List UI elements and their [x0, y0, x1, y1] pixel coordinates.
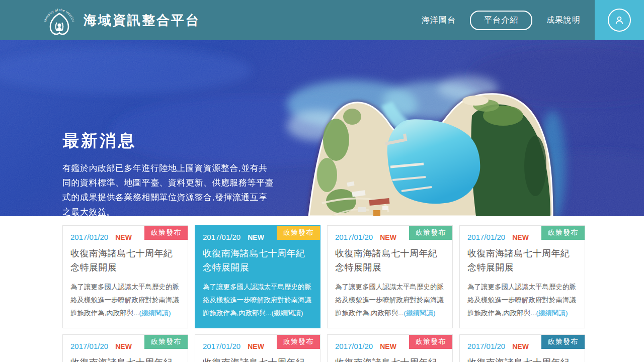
moi-logo-icon: Ministry of the Interior — [43, 4, 75, 36]
read-more-link[interactable]: (繼續閱讀) — [272, 309, 303, 317]
hero-section: 最新消息 有鑑於內政部已多年進行陸地上圖資資源整合,並有共 同的資料標準、地圖平… — [0, 40, 644, 216]
category-badge: 政策發布 — [409, 226, 452, 240]
news-card[interactable]: 政策發布 2017/01/20 NEW 收復南海諸島七十周年紀念特展開展 為了讓… — [327, 225, 453, 328]
news-excerpt: 為了讓更多國人認識太平島歷史的脈絡及樣貌進一步瞭解政府對於南海議題施政作為,內政… — [467, 281, 577, 320]
category-badge: 政策發布 — [144, 335, 188, 349]
new-label: NEW — [248, 342, 264, 350]
news-title: 收復南海諸島七十周年紀念特展開展 — [70, 355, 180, 362]
news-title: 收復南海諸島七十周年紀念特展開展 — [335, 355, 445, 362]
news-card[interactable]: 政策發布 2017/01/20 NEW 收復南海諸島七十周年紀念特展開展 為了讓… — [62, 225, 188, 328]
new-label: NEW — [512, 233, 529, 241]
news-card[interactable]: 政策發布 2017/01/20 NEW 收復南海諸島七十周年紀念特展開展 為了讓… — [195, 334, 320, 362]
category-badge: 政策發布 — [144, 226, 188, 240]
nav-link-results[interactable]: 成果說明 — [546, 15, 581, 26]
news-card[interactable]: 政策發布 2017/01/20 NEW 收復南海諸島七十周年紀念特展開展 為了讓… — [62, 334, 188, 362]
category-badge: 政策發布 — [541, 335, 585, 349]
news-date: 2017/01/20 — [467, 342, 505, 350]
new-label: NEW — [115, 342, 132, 350]
news-excerpt: 為了讓更多國人認識太平島歷史的脈絡及樣貌進一步瞭解政府對於南海議題施政作為,內政… — [335, 281, 445, 320]
main-nav: 海洋圖台 平台介紹 成果說明 — [422, 0, 644, 40]
user-account-button[interactable] — [595, 0, 644, 40]
news-card[interactable]: 政策發布 2017/01/20 NEW 收復南海諸島七十周年紀念特展開展 為了讓… — [459, 225, 585, 328]
news-excerpt: 為了讓更多國人認識太平島歷史的脈絡及樣貌進一步瞭解政府對於南海議題施政作為,內政… — [203, 281, 312, 320]
new-label: NEW — [248, 233, 264, 241]
category-badge: 政策發布 — [541, 226, 585, 240]
news-date: 2017/01/20 — [467, 233, 505, 241]
news-date: 2017/01/20 — [335, 233, 373, 241]
svg-text:Ministry of the Interior: Ministry of the Interior — [43, 8, 75, 23]
category-badge: 政策發布 — [409, 335, 452, 349]
new-label: NEW — [115, 233, 132, 241]
news-card[interactable]: 政策發布 2017/01/20 NEW 收復南海諸島七十周年紀念特展開展 為了讓… — [459, 334, 585, 362]
logo-arc-text: Ministry of the Interior — [43, 8, 75, 23]
category-badge: 政策發布 — [277, 226, 320, 240]
nav-link-platform-intro[interactable]: 平台介紹 — [470, 11, 532, 30]
news-section: 政策發布 2017/01/20 NEW 收復南海諸島七十周年紀念特展開展 為了讓… — [0, 216, 644, 362]
news-title: 收復南海諸島七十周年紀念特展開展 — [335, 246, 445, 275]
news-title: 收復南海諸島七十周年紀念特展開展 — [467, 355, 577, 362]
news-date: 2017/01/20 — [70, 342, 108, 350]
news-grid: 政策發布 2017/01/20 NEW 收復南海諸島七十周年紀念特展開展 為了讓… — [62, 225, 644, 362]
nav-link-ocean-map[interactable]: 海洋圖台 — [422, 15, 456, 26]
read-more-link[interactable]: (繼續閱讀) — [139, 309, 171, 317]
news-title: 收復南海諸島七十周年紀念特展開展 — [70, 246, 180, 275]
new-label: NEW — [380, 233, 396, 241]
read-more-link[interactable]: (繼續閱讀) — [404, 309, 436, 317]
news-card[interactable]: 政策發布 2017/01/20 NEW 收復南海諸島七十周年紀念特展開展 為了讓… — [195, 225, 320, 328]
hero-description: 有鑑於內政部已多年進行陸地上圖資資源整合,並有共 同的資料標準、地圖平臺、資料更… — [62, 161, 279, 216]
news-title: 收復南海諸島七十周年紀念特展開展 — [203, 246, 312, 275]
news-title: 收復南海諸島七十周年紀念特展開展 — [203, 355, 312, 362]
news-date: 2017/01/20 — [203, 233, 240, 241]
new-label: NEW — [512, 342, 529, 350]
user-icon — [608, 9, 631, 32]
latest-news-heading: 最新消息 — [62, 130, 137, 152]
category-badge: 政策發布 — [277, 335, 320, 349]
news-excerpt: 為了讓更多國人認識太平島歷史的脈絡及樣貌進一步瞭解政府對於南海議題施政作為,內政… — [70, 281, 180, 320]
site-title: 海域資訊整合平台 — [84, 12, 200, 29]
news-title: 收復南海諸島七十周年紀念特展開展 — [467, 246, 577, 275]
read-more-link[interactable]: (繼續閱讀) — [536, 309, 568, 317]
news-date: 2017/01/20 — [203, 342, 240, 350]
news-date: 2017/01/20 — [335, 342, 373, 350]
top-navbar: Ministry of the Interior 海域資訊整合平台 海洋圖台 平… — [0, 0, 644, 40]
news-date: 2017/01/20 — [70, 233, 108, 241]
news-card[interactable]: 政策發布 2017/01/20 NEW 收復南海諸島七十周年紀念特展開展 為了讓… — [327, 334, 453, 362]
new-label: NEW — [380, 342, 396, 350]
